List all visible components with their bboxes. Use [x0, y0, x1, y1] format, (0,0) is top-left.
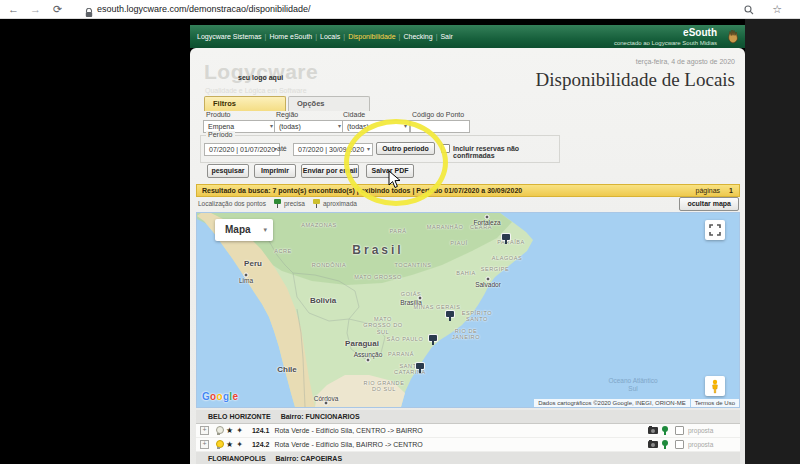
map-marker-pin[interactable] — [502, 234, 510, 244]
terms-link[interactable]: Termos de Uso — [691, 399, 739, 407]
nav-item-locais[interactable]: Locais — [320, 33, 340, 40]
imprimir-button[interactable]: Imprimir — [254, 164, 296, 178]
nav-item-logycware-sistemas[interactable]: Logycware Sistemas — [197, 33, 262, 40]
group-bairro: Bairro: CAPOEIRAS — [276, 455, 343, 462]
nav-item-disponibilidade[interactable]: Disponibilidade — [348, 33, 395, 40]
map-label: PIAUÍ — [450, 240, 467, 246]
expand-button[interactable]: + — [200, 440, 209, 449]
tab-opcoes[interactable]: Opções — [288, 96, 370, 111]
map-city-dot — [366, 358, 371, 363]
highlight-circle-annotation — [344, 119, 448, 206]
map-label: SÃO PAULO — [387, 336, 424, 342]
precise-marker-icon — [274, 199, 281, 208]
codigo-label: Código do Ponto — [412, 111, 464, 118]
google-map[interactable]: AMAZONASPARÁMARANHÃOCEARÁFortalezaPIAUÍA… — [196, 212, 740, 408]
map-label: SANTA CATARINA — [388, 363, 432, 376]
map-label: SERGIPE — [481, 266, 510, 272]
group-header: BELO HORIZONTEBairro: FUNCIONARIOS — [196, 410, 740, 424]
map-marker-pin[interactable] — [446, 311, 454, 321]
map-label: Peru — [244, 259, 262, 268]
map-label: BAHIA — [456, 270, 476, 276]
map-attribution: Dados cartográficos ©2020 Google, INEGI,… — [534, 399, 739, 407]
group-city: BELO HORIZONTE — [208, 413, 271, 420]
fullscreen-button[interactable] — [705, 220, 725, 240]
map-legend: Localização dos pontos precisa aproximad… — [198, 199, 357, 208]
page-title: Disponibilidade de Locais — [536, 69, 735, 91]
nav-item-home-esouth[interactable]: Home eSouth — [269, 33, 312, 40]
star-icon: ★ — [226, 427, 233, 435]
map-label: MATO GROSSO — [354, 274, 402, 280]
map-label: RIO DE JANEIRO — [444, 328, 488, 341]
mouse-cursor — [388, 170, 402, 190]
row-actions: proposta — [648, 424, 716, 437]
list-item: +★✦124.1Rota Verde - Edifício Sila, CENT… — [196, 424, 740, 438]
map-label: PARANÁ — [388, 351, 414, 357]
proposta-checkbox[interactable] — [675, 440, 684, 449]
point-code: 124.1 — [252, 427, 270, 434]
map-city-dot — [485, 215, 490, 220]
map-type-control[interactable]: Mapa ▾ — [215, 219, 273, 241]
location-pin-icon[interactable] — [662, 426, 668, 435]
brand-block: eSouth conectado ao Logycware South Midi… — [614, 27, 717, 47]
periodo-from-select[interactable]: 07/2020 | 01/07/2020 ▾ — [204, 143, 280, 156]
map-label: PARÁ — [390, 228, 407, 234]
map-label: ALAGOAS — [492, 255, 523, 261]
brand-subtitle: conectado ao Logycware South Midias — [614, 40, 717, 48]
brand-name: eSouth — [614, 27, 717, 40]
map-label: Paraguai — [345, 339, 379, 348]
compass-icon: ✦ — [236, 441, 243, 449]
desktop-background — [745, 18, 800, 464]
periodo-from-value: 07/2020 | 01/07/2020 — [209, 146, 275, 153]
nav-item-sair[interactable]: Sair — [440, 33, 452, 40]
screen: ← → ⟳ esouth.logycware.com/demonstracao/… — [0, 0, 800, 464]
regiao-label: Região — [276, 111, 298, 118]
page-card: terça-feira, 4 de agosto de 2020 Logycwa… — [190, 48, 745, 464]
point-description: Rota Verde - Edifício Sila, CENTRO -> BA… — [274, 427, 422, 434]
map-label: AMAZONAS — [301, 222, 337, 228]
group-city: FLORIANOPOLIS — [208, 455, 266, 462]
point-description: Rota Verde - Edifício Sila, BAIRRO -> CE… — [274, 441, 422, 448]
bookmark-star-icon[interactable]: ☆ — [772, 1, 782, 17]
page-number[interactable]: 1 — [729, 187, 733, 194]
star-icon: ★ — [226, 441, 233, 449]
ocultar-mapa-button[interactable]: ocultar mapa — [679, 197, 739, 211]
browser-forward-icon[interactable]: → — [30, 1, 41, 17]
nav-item-checking[interactable]: Checking — [403, 33, 432, 40]
chevron-down-icon: ▾ — [263, 219, 267, 241]
nav-separator: | — [436, 33, 438, 40]
chevron-down-icon: ▾ — [270, 121, 273, 132]
map-label: MATO GROSSO DO SUL — [361, 316, 405, 335]
browser-back-icon[interactable]: ← — [8, 1, 19, 17]
map-label: RIO GRANDE DO SUL — [362, 380, 406, 393]
produto-label: Produto — [206, 111, 231, 118]
address-bar[interactable]: esouth.logycware.com/demonstracao/dispon… — [97, 0, 311, 18]
bulb-icon — [215, 426, 222, 435]
camera-icon[interactable] — [648, 441, 658, 448]
map-label: Chile — [277, 365, 297, 374]
map-marker-pin[interactable] — [429, 335, 437, 345]
proposta-checkbox[interactable] — [675, 426, 684, 435]
logo-tagline: Qualidade e Lógica em Software — [205, 87, 307, 94]
periodo-label: Período — [206, 131, 235, 138]
map-label: MARANHÃO — [427, 224, 464, 230]
tab-filtros[interactable]: Filtros — [204, 96, 286, 111]
browser-reload-icon[interactable]: ⟳ — [53, 1, 62, 17]
map-type-value: Mapa — [225, 224, 251, 235]
location-pin-icon[interactable] — [662, 440, 668, 449]
chevron-down-icon: ▾ — [338, 121, 341, 132]
pages-label: páginas — [696, 187, 721, 194]
row-actions: proposta — [648, 438, 716, 451]
map-marker-pin[interactable] — [416, 363, 424, 373]
padlock-icon — [85, 4, 93, 22]
pegman-streetview[interactable] — [705, 376, 725, 396]
map-city-dot — [418, 296, 423, 301]
camera-icon[interactable] — [648, 427, 658, 434]
attribution-text: Dados cartográficos ©2020 Google, INEGI,… — [534, 399, 689, 407]
pesquisar-button[interactable]: pesquisar — [207, 164, 249, 178]
nav-separator: | — [315, 33, 317, 40]
map-label: RONDÔNIA — [312, 262, 346, 268]
search-icon[interactable] — [744, 1, 754, 19]
expand-button[interactable]: + — [200, 426, 209, 435]
regiao-select[interactable]: (todas) ▾ — [274, 120, 344, 133]
map-label: ACRE — [274, 248, 292, 254]
